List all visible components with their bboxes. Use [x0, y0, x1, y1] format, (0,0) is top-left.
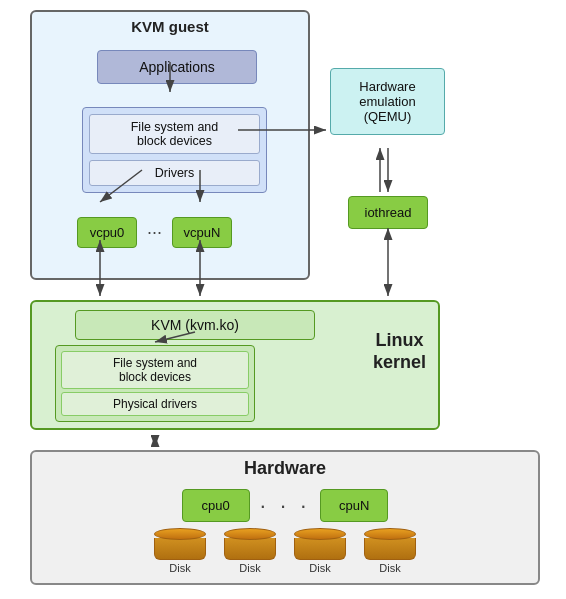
fs-kernel-inner: File system andblock devices — [61, 351, 249, 389]
hardware-title: Hardware — [32, 452, 538, 483]
disk-body-4 — [364, 538, 416, 560]
cpu-dots: · · · — [260, 493, 311, 519]
vcpu-dots: ··· — [143, 222, 166, 243]
fs-kernel-box: File system andblock devices Physical dr… — [55, 345, 255, 422]
disk-top-1 — [154, 528, 206, 540]
disk-body-3 — [294, 538, 346, 560]
fs-guest-inner: File system andblock devices — [89, 114, 260, 154]
fs-guest-box: File system andblock devices Drivers — [82, 107, 267, 193]
disk-top-3 — [294, 528, 346, 540]
disk-icon-2: Disk — [224, 528, 276, 574]
disk-label-1: Disk — [169, 562, 190, 574]
linux-kernel-title: Linuxkernel — [373, 330, 426, 373]
disk-top-2 — [224, 528, 276, 540]
disk-label-4: Disk — [379, 562, 400, 574]
disk-row: Disk Disk Disk Disk — [32, 526, 538, 580]
physical-drivers-box: Physical drivers — [61, 392, 249, 416]
kvm-guest-title: KVM guest — [32, 12, 308, 39]
vcpu-row: vcpu0 ··· vcpuN — [77, 217, 232, 248]
hardware-emulation-box: Hardwareemulation(QEMU) — [330, 68, 445, 135]
cpu-row: cpu0 · · · cpuN — [32, 483, 538, 526]
cpu0-box: cpu0 — [182, 489, 250, 522]
cpuN-box: cpuN — [320, 489, 388, 522]
disk-icon-1: Disk — [154, 528, 206, 574]
disk-body-1 — [154, 538, 206, 560]
disk-icon-4: Disk — [364, 528, 416, 574]
iothread-box: iothread — [348, 196, 428, 229]
disk-label-3: Disk — [309, 562, 330, 574]
hardware-box: Hardware cpu0 · · · cpuN Disk Disk Disk — [30, 450, 540, 585]
kvm-ko-box: KVM (kvm.ko) — [75, 310, 315, 340]
disk-body-2 — [224, 538, 276, 560]
diagram: KVM guest Applications File system andbl… — [0, 0, 566, 599]
vcpu0-box: vcpu0 — [77, 217, 137, 248]
kvm-guest-box: KVM guest Applications File system andbl… — [30, 10, 310, 280]
vcpuN-box: vcpuN — [172, 217, 232, 248]
disk-label-2: Disk — [239, 562, 260, 574]
disk-icon-3: Disk — [294, 528, 346, 574]
drivers-box: Drivers — [89, 160, 260, 186]
disk-top-4 — [364, 528, 416, 540]
applications-box: Applications — [97, 50, 257, 84]
